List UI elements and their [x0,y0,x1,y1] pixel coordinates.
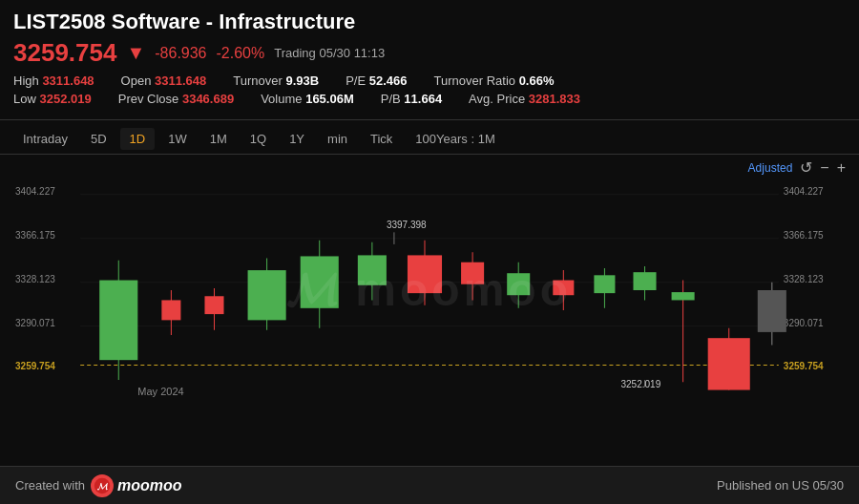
tabs-row: Intraday 5D 1D 1W 1M 1Q 1Y min Tick 100Y… [0,124,859,155]
footer-right: Published on US 05/30 [717,478,844,493]
header-divider [0,119,859,120]
price-pct: -2.60% [217,45,265,62]
stats-row-1: High 3311.648 Open 3311.648 Turnover 9.9… [13,74,846,90]
svg-rect-44 [672,292,695,300]
trading-info: Trading 05/30 11:13 [274,46,385,60]
page-title: LIST2508 Software - Infrastructure [13,10,846,34]
svg-text:3404.227: 3404.227 [15,185,55,196]
svg-text:𝓜: 𝓜 [97,480,108,491]
svg-text:3366.175: 3366.175 [15,229,55,240]
svg-rect-36 [553,281,574,296]
header-section: LIST2508 Software - Infrastructure 3259.… [0,0,859,116]
price-arrow: ▼ [126,42,145,64]
tab-5d[interactable]: 5D [81,128,116,150]
svg-rect-22 [248,270,286,320]
svg-text:May 2024: May 2024 [137,386,183,397]
svg-text:3328.123: 3328.123 [784,273,824,284]
svg-rect-26 [358,255,387,284]
svg-text:3328.123: 3328.123 [15,273,55,284]
stat-prev-close: Prev Close 3346.689 [118,92,234,106]
tab-100years[interactable]: 100Years : 1M [406,128,504,150]
svg-rect-48 [758,290,786,332]
stat-low: Low 3252.019 [13,92,92,106]
tab-tick[interactable]: Tick [361,128,402,150]
created-with-label: Created with [15,478,85,493]
svg-rect-20 [204,296,223,314]
svg-rect-18 [161,300,180,320]
tab-1d[interactable]: 1D [120,128,156,150]
svg-rect-40 [633,272,656,290]
stats-row-2: Low 3252.019 Prev Close 3346.689 Volume … [13,92,846,108]
svg-rect-30 [408,255,442,293]
svg-rect-34 [507,273,530,295]
stat-avg-price: Avg. Price 3281.833 [469,92,580,106]
tab-1q[interactable]: 1Q [241,128,276,150]
price-row: 3259.754 ▼ -86.936 -2.60% Trading 05/30 … [13,38,846,68]
svg-rect-16 [99,281,137,361]
zoom-out-button[interactable]: − [820,159,828,177]
svg-text:3252.019: 3252.019 [620,379,660,389]
stat-pe: P/E 52.466 [346,74,407,88]
stat-turnover: Turnover 9.93B [233,74,319,88]
stat-pb: P/B 11.664 [381,92,442,106]
moomoo-logo: 𝓜 moomoo [91,474,182,497]
current-price: 3259.754 [13,38,116,68]
stat-turnover-ratio: Turnover Ratio 0.66% [434,74,555,88]
svg-text:3290.071: 3290.071 [15,317,55,327]
footer: Created with 𝓜 moomoo Published on US 05… [0,466,859,504]
svg-text:3397.398: 3397.398 [387,220,427,230]
moomoo-icon: 𝓜 [91,474,114,497]
tab-1w[interactable]: 1W [158,128,197,150]
svg-text:3259.754: 3259.754 [784,360,824,370]
moomoo-text: moomoo [117,477,182,494]
tab-1y[interactable]: 1Y [280,128,314,150]
price-change: -86.936 [155,45,206,62]
stat-volume: Volume 165.06M [261,92,354,106]
stat-open: Open 3311.648 [121,74,207,88]
svg-text:3366.175: 3366.175 [784,229,824,240]
tab-1m[interactable]: 1M [200,128,237,150]
svg-rect-24 [301,256,339,307]
chart-svg: 3404.227 3366.175 3328.123 3290.071 3404… [13,180,846,400]
svg-text:3290.071: 3290.071 [784,317,824,327]
published-label: Published on US 05/30 [717,478,844,493]
svg-text:3404.227: 3404.227 [784,185,824,196]
svg-rect-32 [461,262,484,284]
zoom-in-button[interactable]: + [837,159,846,177]
chart-controls: Adjusted ↺ − + [0,155,859,180]
svg-rect-46 [708,338,750,389]
svg-rect-38 [594,275,615,293]
stat-high: High 3311.648 [13,74,94,88]
chart-area: 𝓜 moomoo 3404.227 3366.175 3328.123 3290… [0,180,859,400]
footer-left: Created with 𝓜 moomoo [15,474,182,497]
undo-button[interactable]: ↺ [800,158,812,177]
tab-min[interactable]: min [318,128,357,150]
svg-text:3259.754: 3259.754 [15,360,55,370]
adjusted-label: Adjusted [748,161,793,175]
tab-intraday[interactable]: Intraday [13,128,77,150]
